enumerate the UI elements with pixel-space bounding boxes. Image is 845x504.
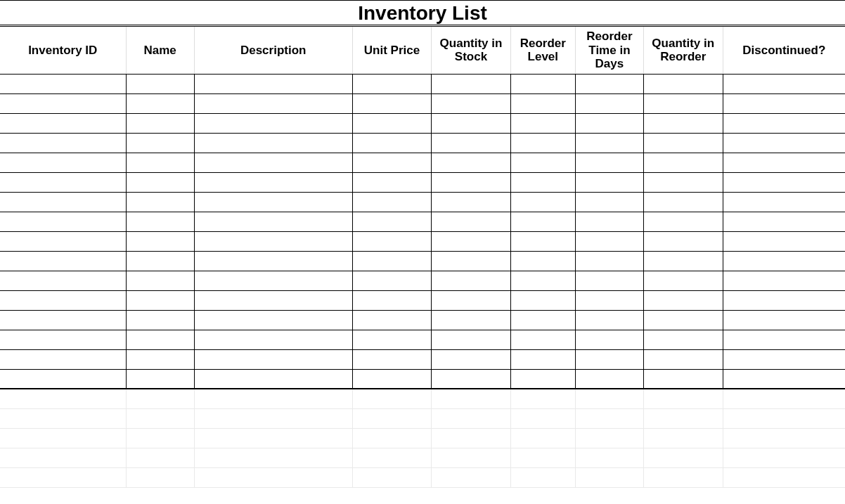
table-cell[interactable] bbox=[432, 448, 511, 467]
table-cell[interactable] bbox=[510, 251, 575, 271]
table-cell[interactable] bbox=[510, 212, 575, 231]
table-cell[interactable] bbox=[723, 251, 845, 271]
table-cell[interactable] bbox=[0, 330, 126, 349]
table-cell[interactable] bbox=[126, 251, 194, 271]
table-cell[interactable] bbox=[510, 310, 575, 330]
table-cell[interactable] bbox=[194, 369, 352, 389]
table-cell[interactable] bbox=[432, 330, 511, 349]
table-cell[interactable] bbox=[0, 369, 126, 389]
table-cell[interactable] bbox=[194, 93, 352, 113]
table-cell[interactable] bbox=[0, 349, 126, 369]
table-cell[interactable] bbox=[0, 389, 126, 408]
table-cell[interactable] bbox=[644, 133, 723, 153]
table-cell[interactable] bbox=[575, 74, 643, 93]
table-cell[interactable] bbox=[575, 310, 643, 330]
table-cell[interactable] bbox=[0, 467, 126, 487]
table-cell[interactable] bbox=[126, 389, 194, 408]
table-cell[interactable] bbox=[723, 389, 845, 408]
table-cell[interactable] bbox=[510, 448, 575, 467]
table-cell[interactable] bbox=[723, 428, 845, 448]
table-cell[interactable] bbox=[352, 93, 432, 113]
table-cell[interactable] bbox=[644, 349, 723, 369]
table-cell[interactable] bbox=[352, 428, 432, 448]
table-cell[interactable] bbox=[194, 389, 352, 408]
table-cell[interactable] bbox=[126, 349, 194, 369]
table-cell[interactable] bbox=[723, 349, 845, 369]
table-cell[interactable] bbox=[352, 271, 432, 290]
table-cell[interactable] bbox=[0, 251, 126, 271]
table-cell[interactable] bbox=[644, 251, 723, 271]
table-cell[interactable] bbox=[644, 448, 723, 467]
table-cell[interactable] bbox=[723, 74, 845, 93]
table-cell[interactable] bbox=[510, 192, 575, 212]
table-cell[interactable] bbox=[194, 271, 352, 290]
table-cell[interactable] bbox=[723, 448, 845, 467]
table-cell[interactable] bbox=[126, 310, 194, 330]
table-cell[interactable] bbox=[432, 74, 511, 93]
table-cell[interactable] bbox=[575, 192, 643, 212]
table-cell[interactable] bbox=[644, 389, 723, 408]
table-cell[interactable] bbox=[194, 74, 352, 93]
table-cell[interactable] bbox=[194, 310, 352, 330]
table-cell[interactable] bbox=[432, 310, 511, 330]
table-cell[interactable] bbox=[575, 113, 643, 133]
table-cell[interactable] bbox=[432, 192, 511, 212]
table-cell[interactable] bbox=[723, 93, 845, 113]
table-cell[interactable] bbox=[510, 389, 575, 408]
table-cell[interactable] bbox=[510, 349, 575, 369]
table-cell[interactable] bbox=[194, 290, 352, 310]
table-cell[interactable] bbox=[0, 172, 126, 192]
table-cell[interactable] bbox=[432, 271, 511, 290]
table-cell[interactable] bbox=[723, 133, 845, 153]
table-cell[interactable] bbox=[0, 448, 126, 467]
table-cell[interactable] bbox=[432, 467, 511, 487]
table-cell[interactable] bbox=[432, 133, 511, 153]
table-cell[interactable] bbox=[352, 113, 432, 133]
table-cell[interactable] bbox=[644, 212, 723, 231]
table-cell[interactable] bbox=[575, 349, 643, 369]
table-cell[interactable] bbox=[644, 467, 723, 487]
table-cell[interactable] bbox=[352, 448, 432, 467]
table-cell[interactable] bbox=[126, 74, 194, 93]
table-cell[interactable] bbox=[194, 408, 352, 428]
table-cell[interactable] bbox=[352, 310, 432, 330]
table-cell[interactable] bbox=[126, 172, 194, 192]
table-cell[interactable] bbox=[0, 93, 126, 113]
table-cell[interactable] bbox=[194, 251, 352, 271]
table-cell[interactable] bbox=[723, 153, 845, 172]
table-cell[interactable] bbox=[644, 192, 723, 212]
table-cell[interactable] bbox=[126, 369, 194, 389]
table-cell[interactable] bbox=[575, 172, 643, 192]
table-cell[interactable] bbox=[575, 389, 643, 408]
table-cell[interactable] bbox=[644, 172, 723, 192]
table-cell[interactable] bbox=[0, 428, 126, 448]
table-cell[interactable] bbox=[723, 467, 845, 487]
table-cell[interactable] bbox=[644, 271, 723, 290]
table-cell[interactable] bbox=[432, 113, 511, 133]
table-cell[interactable] bbox=[575, 369, 643, 389]
table-cell[interactable] bbox=[432, 408, 511, 428]
table-cell[interactable] bbox=[126, 408, 194, 428]
table-cell[interactable] bbox=[194, 113, 352, 133]
table-cell[interactable] bbox=[432, 153, 511, 172]
table-cell[interactable] bbox=[575, 448, 643, 467]
table-cell[interactable] bbox=[194, 192, 352, 212]
table-cell[interactable] bbox=[575, 133, 643, 153]
table-cell[interactable] bbox=[510, 330, 575, 349]
table-cell[interactable] bbox=[194, 212, 352, 231]
table-cell[interactable] bbox=[126, 113, 194, 133]
table-cell[interactable] bbox=[126, 290, 194, 310]
table-cell[interactable] bbox=[644, 74, 723, 93]
table-cell[interactable] bbox=[0, 133, 126, 153]
table-cell[interactable] bbox=[0, 290, 126, 310]
table-cell[interactable] bbox=[644, 310, 723, 330]
table-cell[interactable] bbox=[432, 93, 511, 113]
table-cell[interactable] bbox=[510, 172, 575, 192]
table-cell[interactable] bbox=[575, 212, 643, 231]
table-cell[interactable] bbox=[575, 251, 643, 271]
table-cell[interactable] bbox=[0, 271, 126, 290]
table-cell[interactable] bbox=[723, 310, 845, 330]
table-cell[interactable] bbox=[194, 172, 352, 192]
table-cell[interactable] bbox=[644, 93, 723, 113]
table-cell[interactable] bbox=[723, 408, 845, 428]
